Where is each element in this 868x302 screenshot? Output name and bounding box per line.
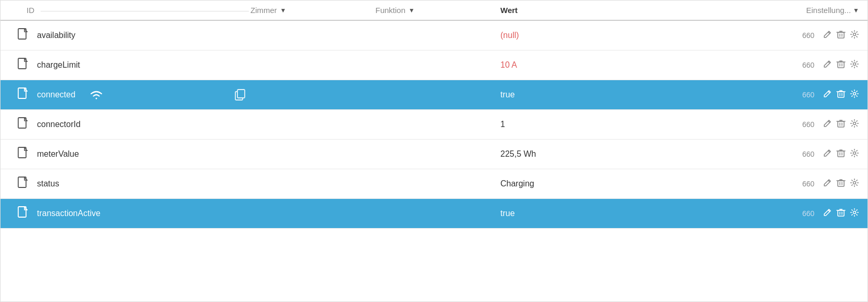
doc-icon [16,86,31,103]
row-id-col: connected [1,86,250,103]
doc-icon [16,116,31,133]
copy-icon[interactable] [235,89,246,100]
svg-point-2 [853,33,856,35]
row-id-col: connectorId [1,116,250,133]
edit-button[interactable] [823,59,832,71]
header-id: ID [1,6,250,15]
row-value: 1 [500,120,753,129]
row-actions: 660 [753,178,867,190]
row-actions: 660 [753,208,867,220]
row-actions: 660 [753,59,867,71]
row-id-col: transactionActive [1,205,250,222]
header-zimmer[interactable]: Zimmer ▼ [250,6,375,15]
row-id-text: meterValue [37,149,79,159]
row-value: 225,5 Wh [500,149,753,159]
row-count: 660 [802,91,814,99]
zimmer-dropdown-arrow[interactable]: ▼ [280,7,286,14]
delete-button[interactable] [836,178,846,190]
row-value: true [500,90,753,99]
settings-button[interactable] [850,208,859,220]
edit-button[interactable] [823,148,832,160]
settings-button[interactable] [850,119,859,131]
row-id-text: chargeLimit [37,60,80,70]
edit-button[interactable] [823,89,832,101]
doc-icon [16,146,31,162]
svg-rect-4 [838,62,844,68]
funktion-dropdown-arrow[interactable]: ▼ [409,7,415,14]
row-actions: 660 [753,148,867,160]
doc-icon [16,57,31,73]
row-value: (null) [500,31,753,40]
row-value: 10 A [500,60,753,70]
svg-rect-15 [838,151,844,157]
row-actions: 660 [753,30,867,42]
edit-button[interactable] [823,178,832,190]
edit-button[interactable] [823,30,832,42]
table-row[interactable]: availability (null) 660 [1,21,867,51]
delete-button[interactable] [836,59,846,71]
svg-rect-18 [838,181,844,186]
delete-button[interactable] [836,208,846,220]
row-actions: 660 [753,89,867,101]
svg-rect-21 [838,210,844,216]
row-id-text: connectorId [37,120,81,129]
table-row[interactable]: chargeLimit 10 A 660 [1,51,867,80]
header-einstellung[interactable]: Einstellung... ▼ [753,6,867,15]
row-id-col: availability [1,27,250,44]
table-header: ID Zimmer ▼ Funktion ▼ Wert Einstellung.… [1,1,867,21]
row-count: 660 [802,120,814,129]
delete-button[interactable] [836,30,846,42]
table-row[interactable]: connected true 660 [1,80,867,110]
main-table: ID Zimmer ▼ Funktion ▼ Wert Einstellung.… [0,0,868,302]
row-id-col: status [1,175,250,192]
settings-button[interactable] [850,59,859,71]
delete-button[interactable] [836,119,846,131]
doc-icon [16,205,31,222]
settings-button[interactable] [850,178,859,190]
settings-button[interactable] [850,148,859,160]
row-count: 660 [802,150,814,158]
wifi-icon [88,89,105,100]
doc-icon [16,27,31,44]
row-id-col: chargeLimit [1,57,250,73]
row-id-col: meterValue [1,146,250,162]
einstellung-dropdown-arrow[interactable]: ▼ [853,7,859,14]
doc-icon [16,175,31,192]
table-row[interactable]: meterValue 225,5 Wh 660 [1,140,867,169]
row-id-text: connected [37,90,76,99]
settings-button[interactable] [850,30,859,42]
row-count: 660 [802,31,814,40]
header-funktion[interactable]: Funktion ▼ [375,6,500,15]
row-value: Charging [500,179,753,188]
delete-button[interactable] [836,89,846,101]
table-row[interactable]: status Charging 660 [1,169,867,199]
svg-rect-1 [838,32,844,38]
svg-point-16 [853,152,856,154]
row-actions: 660 [753,119,867,131]
svg-point-10 [853,92,856,95]
svg-point-19 [853,181,856,184]
table-row[interactable]: connectorId 1 660 [1,110,867,140]
table-body: availability (null) 660 [1,21,867,229]
row-id-text: availability [37,31,76,40]
row-value: true [500,209,753,218]
table-row[interactable]: transactionActive true 660 [1,199,867,229]
svg-rect-12 [838,121,844,127]
edit-button[interactable] [823,208,832,220]
rows-container: availability (null) 660 [1,21,867,229]
row-id-text: status [37,179,59,188]
svg-point-13 [853,122,856,124]
svg-rect-8 [237,90,245,98]
delete-button[interactable] [836,148,846,160]
row-count: 660 [802,209,814,218]
edit-button[interactable] [823,119,832,131]
svg-point-22 [853,211,856,213]
row-count: 660 [802,61,814,69]
settings-button[interactable] [850,89,859,101]
header-divider [41,11,249,11]
row-id-text: transactionActive [37,209,100,218]
svg-point-5 [853,62,856,65]
header-wert: Wert [500,6,753,15]
row-count: 660 [802,180,814,188]
svg-rect-9 [838,92,844,97]
